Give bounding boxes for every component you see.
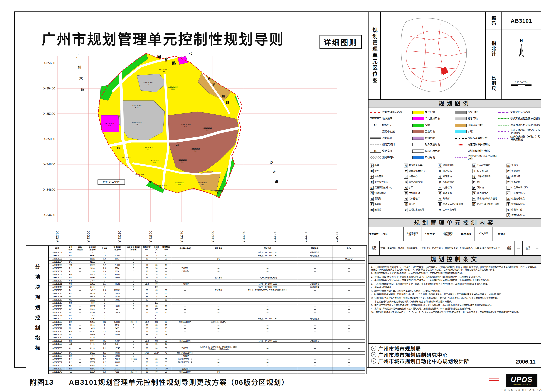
table-cell: — bbox=[75, 264, 85, 267]
table-cell: 35 bbox=[152, 295, 161, 299]
table-cell: AB3101008 bbox=[49, 273, 66, 276]
table-cell: AB3101001 bbox=[49, 251, 66, 254]
table-cell: — bbox=[297, 324, 332, 327]
table-cell: — bbox=[171, 311, 199, 314]
table-cell: 35 bbox=[152, 324, 161, 327]
facility-icon: 污 bbox=[404, 197, 408, 201]
table-cell: 35 bbox=[152, 333, 161, 336]
table-cell: 42428 bbox=[85, 321, 100, 324]
facility-icon: 派 bbox=[506, 164, 511, 167]
table-cell: — bbox=[238, 270, 297, 273]
facility-item: 变220KV变电站 bbox=[438, 207, 472, 213]
legend-item-label: 水域 bbox=[468, 130, 473, 133]
table-cell: 0 bbox=[125, 289, 142, 292]
table-cell: — bbox=[238, 330, 297, 333]
facility-column: 变110KV变电站公公交首末站货公路货运站场口路口消消防站油加油加气站气液化石油… bbox=[472, 163, 506, 218]
column-header: 配套设施 bbox=[199, 246, 238, 251]
facility-item: 公公交首末站 bbox=[472, 168, 506, 174]
table-cell: — bbox=[171, 254, 199, 257]
facility-item: 防疾病预防控制中心 bbox=[370, 185, 404, 190]
table-cell: AB3101032 bbox=[49, 342, 66, 346]
table-cell: C2 bbox=[66, 283, 75, 286]
table-cell: — bbox=[332, 279, 365, 283]
location-right-column: 编码 AB3101 指北针 N bbox=[486, 12, 541, 99]
class-box-symbol: R2 bbox=[370, 124, 381, 127]
table-cell: 21028 bbox=[85, 330, 100, 333]
table-cell: R2 bbox=[66, 292, 75, 295]
facility-item: P社会停车场（库） bbox=[506, 185, 541, 190]
legend-item-label: 规划管理单元界线 bbox=[382, 111, 402, 114]
table-cell: 35 bbox=[152, 358, 161, 361]
table-cell: — bbox=[199, 324, 238, 327]
legend-item-label: 其它用地 bbox=[468, 117, 478, 120]
table-cell: — bbox=[75, 261, 85, 264]
upds-logo-box: UPDS http://www.upds.com.cn bbox=[506, 374, 537, 387]
table-cell: 207231 bbox=[109, 367, 125, 370]
north-cell: 指北针 N bbox=[486, 30, 541, 68]
table-cell: — bbox=[199, 292, 238, 295]
table-cell: — bbox=[297, 358, 332, 361]
table-cell: 211446 bbox=[125, 370, 142, 373]
x-axis-label: X-34600 bbox=[43, 188, 55, 192]
dashdot-purple-symbol bbox=[498, 112, 509, 113]
table-cell: 1435 bbox=[85, 327, 100, 330]
table-cell: — bbox=[109, 308, 125, 311]
legend-item-label: 轨道交通线路（未稳定）及保护控制线 bbox=[510, 135, 540, 141]
block-code-label: AB3101029 bbox=[178, 159, 187, 161]
table-cell: — bbox=[171, 286, 199, 289]
table-cell: 15 bbox=[161, 273, 171, 276]
legend-item-label: 道路广场用地 bbox=[425, 150, 440, 152]
legend-item-label: 村镇建设用地 bbox=[468, 124, 483, 126]
table-cell: 0 bbox=[100, 317, 109, 321]
table-cell: 100 bbox=[152, 314, 161, 317]
table-cell: AB3101010 bbox=[49, 279, 66, 283]
table-cell: — bbox=[297, 302, 332, 305]
facility-icon: 图 bbox=[370, 208, 373, 212]
table-cell: — bbox=[171, 295, 199, 299]
y-axis-label: Y-43500 bbox=[149, 231, 153, 242]
facility-item: 涝排涝泵站 bbox=[438, 174, 472, 179]
table-cell: — bbox=[171, 333, 199, 336]
table-cell: 28 bbox=[142, 270, 152, 273]
table-cell: AB3101030 bbox=[49, 336, 66, 339]
table-cell: 18.86 bbox=[142, 351, 152, 355]
facility-label: 消防站 bbox=[477, 186, 484, 189]
table-cell: — bbox=[332, 327, 365, 330]
table-cell: — bbox=[199, 261, 238, 264]
facility-icon: 涝 bbox=[438, 175, 442, 178]
legend-item-label: 绿地 bbox=[425, 124, 430, 126]
table-row: AB3101005E61—175301.2210360303515————— bbox=[49, 264, 365, 267]
fill-symbol bbox=[412, 130, 424, 133]
table-cell: 穗规批[2005]11号 bbox=[171, 358, 199, 361]
table-cell: 1 bbox=[100, 327, 109, 330]
table-cell: 30 bbox=[161, 370, 171, 373]
table-cell: AB3101033 bbox=[49, 346, 66, 351]
table-cell: — bbox=[75, 311, 85, 314]
table-cell: 30 bbox=[142, 273, 152, 276]
block-class-label: R22 bbox=[160, 186, 163, 188]
table-cell: — bbox=[332, 361, 365, 364]
table-cell: 2.3 bbox=[100, 254, 109, 257]
table-cell: 35 bbox=[152, 305, 161, 308]
table-cell: — bbox=[171, 299, 199, 302]
table-cell: — bbox=[332, 302, 365, 305]
table-cell: 规建[2001]89号 bbox=[171, 321, 199, 324]
facility-icon: 排 bbox=[438, 169, 442, 173]
x-axis-label: X-35600 bbox=[43, 61, 55, 65]
table-cell: — bbox=[332, 367, 365, 370]
legend-item-label: 地块性质 bbox=[382, 124, 392, 126]
legend-item-label: 工业用地 bbox=[425, 130, 435, 133]
facility-icon: 铁 bbox=[506, 180, 511, 184]
heritage-label: 文物 保护 bbox=[523, 241, 533, 256]
legend-facilities: 小小学中中学十综合医院卫卫生服务中心防疾病预防控制中心妇妇幼保健院福福利院影影剧… bbox=[369, 162, 541, 219]
facility-label: 邮政支局 bbox=[443, 192, 452, 194]
facility-item: 轨轨道交通站点 bbox=[506, 196, 541, 201]
table-cell: — bbox=[332, 333, 365, 336]
table-cell: 62041 bbox=[85, 292, 100, 295]
table-cell: D1 bbox=[66, 351, 75, 355]
block-class-label: M1 bbox=[194, 150, 196, 152]
facility-item: 菜肉菜市场 bbox=[506, 174, 541, 179]
facility-item: 卫卫生服务中心 bbox=[370, 179, 404, 185]
table-cell: 2894 bbox=[85, 267, 100, 270]
table-cell: 肉菜市场、邮政所 bbox=[199, 321, 238, 324]
